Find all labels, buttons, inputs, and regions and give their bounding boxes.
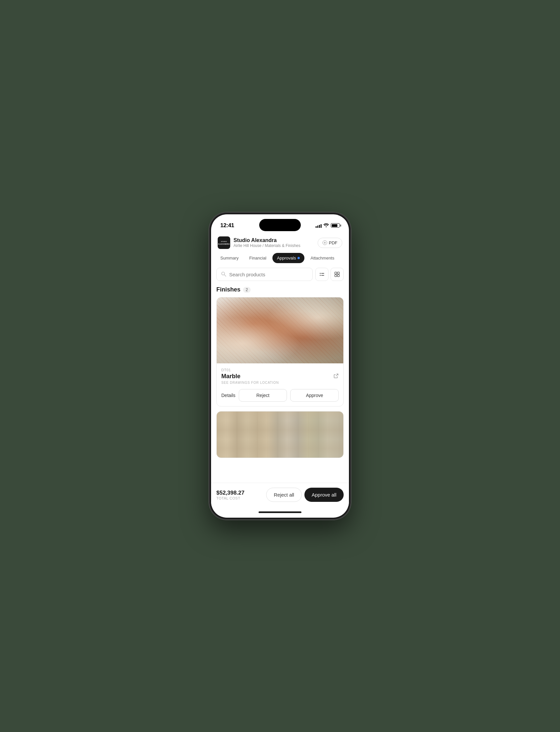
wifi-icon <box>324 223 329 228</box>
signal-bar-4 <box>321 224 322 228</box>
section-header: Finishes 2 <box>211 286 349 293</box>
approve-all-button[interactable]: Approve all <box>304 488 344 502</box>
pdf-button[interactable]: PDF <box>318 238 342 248</box>
product-card-marble: DT01 Marble SEE DRAWINGS FOR LOCATION <box>216 297 344 406</box>
search-container <box>211 268 349 281</box>
grid-view-icon <box>334 272 340 277</box>
svg-rect-7 <box>337 272 339 274</box>
count-badge: 2 <box>243 287 251 293</box>
details-link-marble[interactable]: Details <box>221 391 235 399</box>
external-link-icon-marble[interactable] <box>333 373 339 380</box>
approve-button-marble[interactable]: Approve <box>290 389 339 401</box>
product-name-row-marble: Marble <box>221 373 339 380</box>
svg-rect-9 <box>337 275 339 277</box>
total-info: $52,398.27 TOTAL COST <box>216 490 244 500</box>
search-input-wrap <box>216 268 313 281</box>
reject-all-button[interactable]: Reject all <box>266 488 302 502</box>
breadcrumb: Airlie Hill House / Materials & Finishes <box>233 243 300 248</box>
signal-bar-2 <box>317 226 318 228</box>
svg-rect-5 <box>321 275 324 276</box>
volume-down-button[interactable] <box>209 311 209 331</box>
product-actions-marble: Details Reject Approve <box>221 389 339 401</box>
pdf-label: PDF <box>329 240 337 245</box>
tab-summary[interactable]: Summary <box>216 253 243 263</box>
signal-bar-3 <box>319 225 320 228</box>
header-info: Studio Alexandra Airlie Hill House / Mat… <box>233 238 300 248</box>
product-location-marble: SEE DRAWINGS FOR LOCATION <box>221 381 339 384</box>
dynamic-island <box>259 219 301 231</box>
logo-text-bottom: ALEXANDRA <box>218 243 230 245</box>
svg-rect-6 <box>335 272 337 274</box>
tab-financial[interactable]: Financial <box>245 253 271 263</box>
total-label: TOTAL COST <box>216 496 244 500</box>
approvals-dot <box>297 257 300 259</box>
svg-point-2 <box>320 273 321 274</box>
svg-rect-3 <box>321 273 324 274</box>
logo-text-top: STUDIO <box>221 241 227 242</box>
battery-fill <box>332 224 338 227</box>
search-input[interactable] <box>229 272 308 277</box>
app-content: STUDIO ALEXANDRA Studio Alexandra Airlie… <box>211 234 349 483</box>
volume-up-button[interactable] <box>209 287 209 307</box>
total-amount: $52,398.27 <box>216 490 244 496</box>
app-header: STUDIO ALEXANDRA Studio Alexandra Airlie… <box>211 234 349 253</box>
signal-bar-1 <box>316 226 317 228</box>
marble-texture <box>217 298 343 364</box>
search-icon <box>221 272 227 277</box>
bottom-bar: $52,398.27 TOTAL COST Reject all Approve… <box>211 483 349 506</box>
download-icon <box>323 240 327 245</box>
status-icons <box>316 223 340 228</box>
home-bar <box>259 511 301 513</box>
reject-button-marble[interactable]: Reject <box>239 389 287 401</box>
view-buttons <box>315 268 344 281</box>
list-view-button[interactable] <box>315 268 328 281</box>
wood-texture <box>217 411 343 458</box>
grid-view-button[interactable] <box>330 268 344 281</box>
tab-approvals[interactable]: Approvals <box>272 253 305 263</box>
product-image-marble <box>217 298 343 364</box>
product-code-marble: DT01 <box>221 368 339 372</box>
products-list: DT01 Marble SEE DRAWINGS FOR LOCATION <box>211 297 349 464</box>
studio-logo: STUDIO ALEXANDRA <box>218 237 230 249</box>
phone-frame: 12:41 <box>209 212 351 520</box>
studio-name: Studio Alexandra <box>233 238 300 243</box>
tab-attachments[interactable]: Attachments <box>306 253 339 263</box>
svg-point-4 <box>320 275 321 276</box>
volume-mute-button[interactable] <box>209 272 209 282</box>
home-indicator <box>211 506 349 518</box>
bottom-actions: Reject all Approve all <box>266 488 344 502</box>
phone-screen: 12:41 <box>211 214 349 518</box>
svg-rect-8 <box>335 275 337 277</box>
header-left: STUDIO ALEXANDRA Studio Alexandra Airlie… <box>218 237 300 249</box>
product-name-marble: Marble <box>221 373 240 380</box>
section-title: Finishes <box>216 286 240 293</box>
tabs-container: Summary Financial Approvals Attachments <box>211 253 349 263</box>
product-card-wood <box>216 411 344 458</box>
power-button[interactable] <box>351 292 351 321</box>
status-time: 12:41 <box>220 222 234 229</box>
product-image-wood <box>217 411 343 458</box>
product-info-marble: DT01 Marble SEE DRAWINGS FOR LOCATION <box>217 364 343 406</box>
battery-icon <box>331 223 340 228</box>
signal-icon <box>316 223 322 228</box>
list-view-icon <box>319 272 325 277</box>
